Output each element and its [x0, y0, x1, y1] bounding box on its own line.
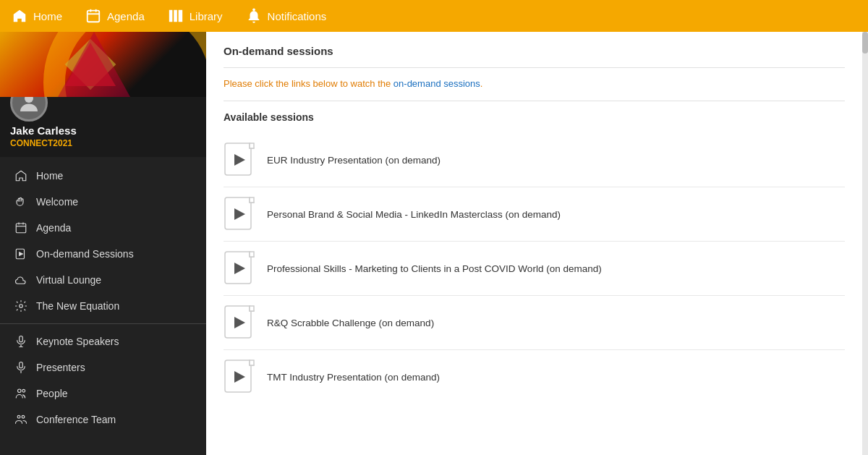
sidebar-item-agenda[interactable]: Agenda: [0, 215, 206, 241]
svg-point-23: [17, 415, 20, 418]
mic-sm-icon: [14, 361, 27, 374]
library-icon: [168, 8, 184, 24]
sidebar-divider: [0, 323, 206, 324]
svg-rect-0: [88, 11, 100, 22]
profile-name: Jake Carless: [10, 124, 77, 137]
content-area: On-demand sessions Please click the link…: [206, 32, 868, 455]
bell-icon: [246, 8, 262, 24]
people-icon: [14, 387, 27, 400]
nav-notifications-label: Notifications: [268, 10, 327, 22]
svg-rect-4: [169, 10, 173, 22]
nav-agenda[interactable]: Agenda: [85, 8, 145, 24]
session-play-icon: [224, 196, 255, 232]
svg-rect-9: [16, 224, 26, 233]
svg-rect-5: [174, 10, 177, 22]
sidebar-newequation-label: The New Equation: [36, 300, 119, 312]
session-play-icon: [224, 142, 255, 178]
session-label[interactable]: EUR Industry Presentation (on demand): [267, 155, 441, 166]
sessions-list: EUR Industry Presentation (on demand) Pe…: [224, 133, 845, 404]
profile-area: Jake Carless CONNECT2021: [0, 97, 206, 157]
session-play-icon: [224, 359, 255, 395]
available-sessions-title: Available sessions: [224, 111, 845, 123]
session-label[interactable]: Personal Brand & Social Media - LinkedIn…: [267, 209, 561, 220]
sidebar-item-conference-team[interactable]: Conference Team: [0, 407, 206, 433]
sidebar-presenters-label: Presenters: [36, 362, 85, 373]
nav-agenda-label: Agenda: [107, 10, 145, 22]
nav-notifications[interactable]: Notifications: [246, 8, 327, 24]
nav-home-label: Home: [33, 10, 62, 22]
sidebar-welcome-label: Welcome: [36, 196, 78, 208]
sidebar-nav: Home Welcome Agenda: [0, 157, 206, 438]
svg-point-21: [18, 389, 22, 393]
sidebar-item-keynote[interactable]: Keynote Speakers: [0, 328, 206, 354]
svg-point-15: [20, 305, 23, 308]
sidebar-item-home[interactable]: Home: [0, 163, 206, 189]
banner-decoration-2: [65, 43, 116, 86]
sidebar-keynote-label: Keynote Speakers: [36, 336, 119, 347]
session-label[interactable]: TMT Industry Presentation (on demand): [267, 372, 440, 383]
sidebar-item-new-equation[interactable]: The New Equation: [0, 293, 206, 319]
svg-rect-30: [250, 197, 254, 203]
scrollbar[interactable]: [862, 32, 868, 455]
svg-rect-38: [250, 306, 254, 311]
divider-mid: [224, 101, 845, 101]
svg-rect-6: [178, 10, 182, 22]
session-item[interactable]: R&Q Scrabble Challenge (on demand): [224, 296, 845, 350]
calendar-icon-sm: [14, 221, 27, 234]
instructions-text: Please click the links below to watch th…: [224, 78, 845, 89]
home-icon: [12, 8, 27, 24]
play-circle-icon: [14, 247, 27, 260]
home-icon: [14, 169, 27, 182]
session-label[interactable]: R&Q Scrabble Challenge (on demand): [267, 318, 434, 328]
cloud-icon: [14, 273, 27, 286]
session-item[interactable]: TMT Industry Presentation (on demand): [224, 350, 845, 404]
profile-banner: [0, 32, 206, 97]
nav-home[interactable]: Home: [12, 8, 62, 24]
svg-rect-19: [20, 362, 23, 368]
sidebar-item-welcome[interactable]: Welcome: [0, 189, 206, 215]
svg-rect-34: [250, 252, 254, 257]
scrollbar-thumb[interactable]: [862, 32, 868, 54]
session-label[interactable]: Professional Skills - Marketing to Clien…: [267, 263, 602, 274]
mic-icon: [14, 335, 27, 348]
sidebar-item-virtual-lounge[interactable]: Virtual Lounge: [0, 267, 206, 293]
svg-rect-42: [250, 360, 254, 365]
settings-icon: [14, 299, 27, 312]
profile-event: CONNECT2021: [10, 138, 72, 148]
divider-top: [224, 67, 845, 68]
sidebar-home-label: Home: [36, 170, 63, 182]
main-layout: Jake Carless CONNECT2021 Home Welcome: [0, 32, 868, 455]
sidebar: Jake Carless CONNECT2021 Home Welcome: [0, 32, 206, 455]
sidebar-item-presenters[interactable]: Presenters: [0, 354, 206, 380]
svg-point-7: [252, 8, 255, 11]
session-item[interactable]: Personal Brand & Social Media - LinkedIn…: [224, 187, 845, 242]
page-title: On-demand sessions: [224, 45, 845, 57]
nav-library[interactable]: Library: [168, 8, 223, 24]
calendar-icon: [85, 8, 101, 24]
people-group-icon: [14, 413, 27, 426]
session-play-icon: [224, 250, 255, 286]
sidebar-ondemand-label: On-demand Sessions: [36, 248, 134, 260]
sidebar-conferenceteam-label: Conference Team: [36, 414, 116, 425]
sidebar-virtuallounge-label: Virtual Lounge: [36, 274, 101, 286]
session-play-icon: [224, 305, 255, 341]
session-item[interactable]: Professional Skills - Marketing to Clien…: [224, 242, 845, 296]
svg-rect-16: [20, 336, 23, 342]
top-navigation: Home Agenda Library Notifications: [0, 0, 868, 32]
nav-library-label: Library: [190, 10, 223, 22]
banner-decoration: [65, 39, 116, 90]
svg-marker-14: [20, 252, 23, 256]
content-inner: On-demand sessions Please click the link…: [206, 32, 868, 417]
sidebar-item-people[interactable]: People: [0, 380, 206, 407]
sidebar-item-ondemand[interactable]: On-demand Sessions: [0, 241, 206, 267]
svg-point-24: [22, 415, 25, 418]
instructions-link-text[interactable]: on-demand sessions: [393, 78, 480, 89]
sidebar-people-label: People: [36, 388, 68, 399]
svg-rect-26: [250, 143, 254, 148]
svg-point-22: [22, 389, 25, 392]
hand-icon: [14, 195, 27, 208]
sidebar-agenda-label: Agenda: [36, 222, 71, 234]
session-item[interactable]: EUR Industry Presentation (on demand): [224, 133, 845, 187]
